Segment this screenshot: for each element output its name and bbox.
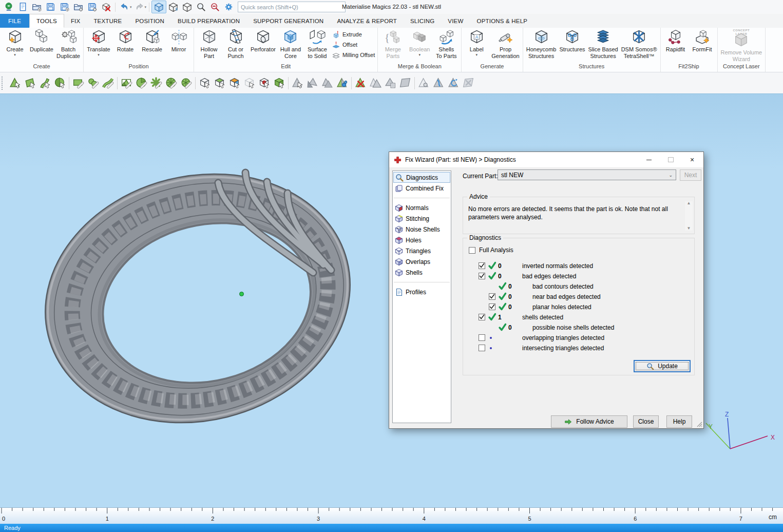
pick-part-point-icon[interactable] (257, 76, 272, 90)
full-analysis-checkbox[interactable] (469, 247, 475, 254)
hollow-part-button[interactable]: HollowPart (196, 28, 222, 59)
extrude-button[interactable]: Extrude (332, 30, 375, 39)
mark-freeform-icon[interactable] (101, 76, 116, 90)
diagnostic-checkbox[interactable] (479, 262, 485, 269)
update-button[interactable]: Update (634, 360, 691, 372)
structures-button[interactable]: Structures (558, 28, 586, 53)
cut-or-punch-button[interactable]: Cut orPunch (222, 28, 249, 59)
dialog-title-bar[interactable]: Fix Wizard (Part: stl NEW) > Diagnostics… (389, 152, 703, 168)
mark-rectangle-icon[interactable] (71, 76, 86, 90)
nav-item-noise-shells[interactable]: Noise Shells (393, 224, 450, 235)
help-button[interactable]: Help (666, 415, 692, 428)
toolbar-drag-handle[interactable] (2, 77, 6, 90)
select-surface-part-icon[interactable] (212, 76, 227, 90)
tab-build-preparation[interactable]: BUILD PREPARATION (171, 14, 246, 28)
tab-analyze-report[interactable]: ANALYZE & REPORT (330, 14, 404, 28)
mark-window-icon[interactable] (119, 76, 134, 90)
marked-triangles-icon[interactable] (305, 76, 320, 90)
mirror-button[interactable]: Mirror (165, 28, 192, 53)
select-ghost-part-icon[interactable] (242, 76, 257, 90)
save-project-icon[interactable] (85, 1, 99, 13)
load-project-icon[interactable] (71, 1, 85, 13)
mark-brush-icon[interactable] (86, 76, 101, 90)
nav-item-diagnostics[interactable]: Diagnostics (393, 172, 450, 183)
next-button[interactable]: Next (680, 169, 701, 181)
scroll-down-icon[interactable]: ▼ (687, 226, 691, 231)
surface-to-solid-button[interactable]: Surfaceto Solid (304, 28, 331, 59)
nav-item-triangles[interactable]: Triangles (393, 245, 450, 256)
clear-marked-icon[interactable] (461, 76, 476, 90)
magics-logo-icon[interactable] (2, 1, 16, 13)
nav-item-normals[interactable]: Normals (393, 202, 450, 213)
honeycomb-structures-button[interactable]: HoneycombStructures (525, 28, 558, 59)
diagnostic-checkbox[interactable] (479, 345, 485, 351)
dialog-maximize-button[interactable] (660, 153, 681, 167)
translate-button[interactable]: Translate▾ (85, 28, 112, 56)
import-part-icon[interactable] (30, 1, 44, 13)
diagnostic-checkbox[interactable] (489, 303, 495, 310)
close-button[interactable]: Close (633, 415, 659, 428)
diagnostic-checkbox[interactable] (479, 273, 485, 279)
shear-plane-icon[interactable] (398, 76, 413, 90)
boolean-button[interactable]: Boolean▾ (406, 28, 433, 56)
quick-search-input[interactable] (238, 2, 346, 12)
dialog-close-icon[interactable]: × (681, 153, 703, 167)
remove-volume-wizard-button[interactable]: CONCEPT LASERRemove VolumeWizard (719, 28, 764, 62)
diagnostic-checkbox[interactable] (479, 334, 485, 341)
tab-fix[interactable]: FIX (64, 14, 87, 28)
formfit-button[interactable]: FormFit (689, 28, 716, 53)
part-stl-new-ring-model[interactable] (28, 167, 367, 427)
smooth-triangles-icon[interactable] (431, 76, 446, 90)
follow-advice-button[interactable]: Follow Advice (551, 415, 627, 428)
new-scene-icon[interactable] (16, 1, 30, 13)
zoom-out-icon[interactable] (208, 1, 222, 13)
diagnostic-checkbox[interactable] (489, 293, 495, 300)
chevron-down-icon[interactable]: ▾ (476, 53, 478, 56)
triangle-select-icon[interactable] (290, 76, 305, 90)
tab-tools[interactable]: TOOLS (29, 14, 64, 28)
nav-item-stitching[interactable]: Stitching (393, 213, 450, 224)
chevron-down-icon[interactable]: ▾ (419, 53, 421, 56)
nav-item-overlaps[interactable]: Overlaps (393, 256, 450, 267)
undo-icon[interactable] (118, 1, 131, 13)
nav-item-holes[interactable]: Holes (393, 235, 450, 245)
select-part-icon[interactable] (197, 76, 212, 90)
label-button[interactable]: ALabel▾ (463, 28, 490, 56)
triangle-point-icon[interactable] (416, 76, 431, 90)
zoom-in-icon[interactable] (194, 1, 208, 13)
save-icon[interactable] (44, 1, 58, 13)
remove-part-icon[interactable] (99, 1, 113, 13)
tab-support-generation[interactable]: SUPPORT GENERATION (246, 14, 330, 28)
default-views-icon[interactable] (180, 1, 194, 13)
select-shell-icon[interactable] (52, 76, 67, 90)
tab-texture[interactable]: TEXTURE (87, 14, 128, 28)
offset-button[interactable]: Offset (332, 40, 375, 49)
mark-disc-icon[interactable] (164, 76, 179, 90)
hull-and-core-button[interactable]: Hull andCore (277, 28, 304, 59)
rescale-button[interactable]: Rescale (139, 28, 165, 53)
chevron-down-icon[interactable]: ▾ (98, 53, 100, 56)
overlap-triangles-icon[interactable] (320, 76, 335, 90)
nav-item-combined-fix[interactable]: Combined Fix (393, 183, 450, 194)
diagnostic-checkbox[interactable] (479, 314, 485, 320)
undo-dropdown-icon[interactable]: ▾ (130, 5, 132, 9)
batch-duplicate-button[interactable]: BatchDuplicate (55, 28, 82, 59)
mark-sector-icon[interactable] (134, 76, 149, 90)
create-button[interactable]: Create▾ (2, 28, 28, 56)
tab-position[interactable]: POSITION (128, 14, 171, 28)
delete-marked-icon[interactable] (353, 76, 368, 90)
advice-scrollbar[interactable]: ▲ ▼ (685, 201, 693, 231)
merge-parts-button[interactable]: {MergeParts (379, 28, 406, 59)
rotate-button[interactable]: Rotate (112, 28, 139, 53)
view-part-icon[interactable] (166, 1, 180, 13)
select-triangles-icon[interactable] (8, 76, 23, 90)
select-surface-icon[interactable] (37, 76, 52, 90)
copy-marked-icon[interactable] (383, 76, 398, 90)
dialog-minimize-button[interactable] (638, 153, 660, 167)
rotate-triangles-icon[interactable] (446, 76, 461, 90)
invert-marked-icon[interactable] (368, 76, 383, 90)
prop-generation-button[interactable]: PropGeneration (490, 28, 521, 59)
select-part-green-icon[interactable] (272, 76, 287, 90)
nav-item-profiles[interactable]: Profiles (393, 287, 450, 297)
tab-file[interactable]: FILE (0, 14, 29, 28)
